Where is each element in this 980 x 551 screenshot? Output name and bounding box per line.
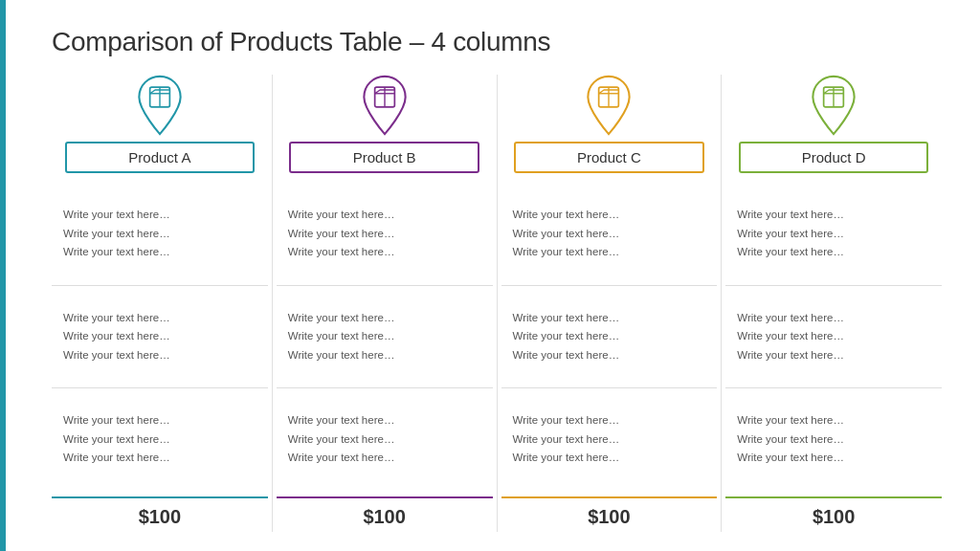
text-line: Write your text here… (288, 327, 481, 346)
text-line: Write your text here… (288, 225, 481, 244)
text-line: Write your text here… (513, 346, 706, 365)
text-line: Write your text here… (513, 411, 706, 430)
text-line: Write your text here… (288, 411, 481, 430)
text-line: Write your text here… (63, 449, 256, 468)
text-line: Write your text here… (63, 309, 256, 328)
page-container: Comparison of Products Table – 4 columns… (0, 0, 980, 551)
text-section-d-2: Write your text here…Write your text her… (725, 388, 942, 491)
text-line: Write your text here… (737, 206, 930, 225)
text-section-b-0: Write your text here…Write your text her… (277, 183, 493, 286)
text-line: Write your text here… (737, 430, 930, 450)
pin-icon-c (583, 75, 635, 136)
page-title: Comparison of Products Table – 4 columns (52, 27, 942, 57)
text-line: Write your text here… (63, 225, 256, 244)
sections-wrapper-b: Write your text here…Write your text her… (277, 183, 493, 491)
price-b: $100 (277, 496, 493, 532)
text-line: Write your text here… (513, 327, 706, 346)
pin-icon-b (359, 75, 411, 136)
text-line: Write your text here… (513, 430, 706, 450)
text-section-c-0: Write your text here…Write your text her… (501, 183, 718, 286)
text-line: Write your text here… (63, 206, 256, 225)
product-label-d: Product D (739, 142, 929, 173)
text-line: Write your text here… (737, 309, 930, 328)
columns-wrapper: Product AWrite your text here…Write your… (52, 75, 942, 532)
text-section-a-2: Write your text here…Write your text her… (52, 388, 268, 491)
product-column-c: Product CWrite your text here…Write your… (501, 75, 718, 532)
product-column-a: Product AWrite your text here…Write your… (52, 75, 268, 532)
column-separator (272, 75, 273, 532)
sections-wrapper-d: Write your text here…Write your text her… (725, 183, 942, 491)
text-section-c-2: Write your text here…Write your text her… (501, 388, 718, 491)
product-column-d: Product DWrite your text here…Write your… (725, 75, 942, 532)
sections-wrapper-c: Write your text here…Write your text her… (501, 183, 718, 491)
pin-icon-d (808, 75, 859, 136)
product-column-b: Product BWrite your text here…Write your… (277, 75, 493, 532)
text-line: Write your text here… (737, 225, 930, 244)
text-line: Write your text here… (737, 411, 930, 430)
text-line: Write your text here… (288, 309, 481, 328)
accent-bar (0, 0, 6, 551)
text-line: Write your text here… (63, 327, 256, 346)
text-section-a-1: Write your text here…Write your text her… (52, 286, 268, 389)
text-line: Write your text here… (513, 243, 706, 262)
product-label-c: Product C (514, 142, 704, 173)
price-d: $100 (725, 496, 942, 532)
text-line: Write your text here… (737, 243, 930, 262)
text-section-d-1: Write your text here…Write your text her… (725, 286, 942, 389)
text-line: Write your text here… (513, 449, 706, 468)
product-label-a: Product A (65, 142, 256, 173)
pin-icon-a (134, 75, 186, 136)
text-line: Write your text here… (288, 430, 481, 450)
text-line: Write your text here… (63, 411, 256, 430)
text-section-b-1: Write your text here…Write your text her… (277, 286, 493, 389)
text-line: Write your text here… (63, 430, 256, 450)
text-section-d-0: Write your text here…Write your text her… (725, 183, 942, 286)
text-line: Write your text here… (737, 449, 930, 468)
sections-wrapper-a: Write your text here…Write your text her… (52, 183, 268, 491)
text-line: Write your text here… (737, 346, 930, 365)
text-line: Write your text here… (513, 225, 706, 244)
text-line: Write your text here… (737, 327, 930, 346)
text-line: Write your text here… (288, 206, 481, 225)
product-label-b: Product B (289, 142, 479, 173)
text-line: Write your text here… (288, 346, 481, 365)
price-c: $100 (501, 496, 718, 532)
text-section-b-2: Write your text here…Write your text her… (277, 388, 493, 491)
text-line: Write your text here… (63, 346, 256, 365)
column-separator (721, 75, 722, 532)
text-line: Write your text here… (288, 449, 481, 468)
column-separator (497, 75, 498, 532)
text-line: Write your text here… (63, 243, 256, 262)
price-a: $100 (52, 496, 268, 532)
text-line: Write your text here… (513, 309, 706, 328)
text-section-c-1: Write your text here…Write your text her… (501, 286, 718, 389)
text-line: Write your text here… (513, 206, 706, 225)
text-section-a-0: Write your text here…Write your text her… (52, 183, 268, 286)
text-line: Write your text here… (288, 243, 481, 262)
